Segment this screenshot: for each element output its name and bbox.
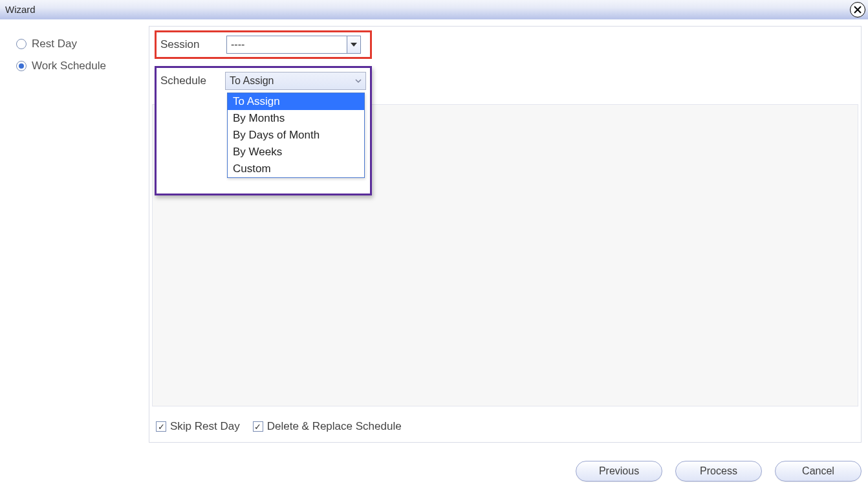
- work-area: Rest Day Work Schedule Session ---- Sche…: [6, 26, 862, 482]
- checkbox-delete-replace[interactable]: Delete & Replace Schedule: [253, 420, 402, 433]
- process-button[interactable]: Process: [675, 461, 762, 482]
- radio-group: Rest Day Work Schedule: [16, 38, 133, 82]
- footer-buttons: Previous Process Cancel: [576, 461, 862, 482]
- schedule-option[interactable]: By Weeks: [228, 144, 364, 161]
- radio-icon: [16, 61, 27, 71]
- content-panel: Session ---- Schedule To Assign: [149, 26, 862, 443]
- schedule-option[interactable]: To Assign: [228, 93, 364, 110]
- session-value: ----: [227, 39, 347, 50]
- schedule-panel-highlight: Schedule To Assign To Assign By Months B…: [155, 66, 372, 195]
- close-icon: [854, 6, 862, 14]
- checkbox-label: Delete & Replace Schedule: [267, 420, 402, 433]
- checkbox-label: Skip Rest Day: [170, 420, 240, 433]
- schedule-option[interactable]: By Months: [228, 110, 364, 127]
- schedule-option[interactable]: Custom: [228, 161, 364, 177]
- checkbox-skip-rest-day[interactable]: Skip Rest Day: [156, 420, 240, 433]
- previous-button[interactable]: Previous: [576, 461, 662, 482]
- schedule-dropdown-list: To Assign By Months By Days of Month By …: [227, 93, 365, 178]
- radio-rest-day[interactable]: Rest Day: [16, 38, 133, 50]
- radio-label: Work Schedule: [32, 60, 106, 72]
- svg-marker-2: [351, 43, 357, 47]
- session-combobox[interactable]: ----: [226, 36, 361, 54]
- window-title: Wizard: [5, 4, 36, 15]
- checkbox-icon: [156, 421, 166, 432]
- radio-icon: [16, 39, 27, 49]
- close-button[interactable]: [850, 2, 865, 17]
- schedule-label: Schedule: [160, 74, 219, 87]
- schedule-row: Schedule To Assign: [157, 68, 370, 90]
- checkbox-icon: [253, 421, 263, 432]
- session-row-highlight: Session ----: [155, 30, 372, 59]
- schedule-value: To Assign: [226, 75, 351, 87]
- title-bar: Wizard: [0, 0, 868, 19]
- dropdown-arrow-icon: [347, 36, 360, 53]
- schedule-option[interactable]: By Days of Month: [228, 127, 364, 144]
- radio-label: Rest Day: [32, 38, 77, 50]
- session-label: Session: [160, 38, 219, 51]
- radio-work-schedule[interactable]: Work Schedule: [16, 60, 133, 72]
- checkbox-row: Skip Rest Day Delete & Replace Schedule: [156, 420, 402, 433]
- schedule-combobox[interactable]: To Assign: [225, 72, 366, 90]
- cancel-button[interactable]: Cancel: [775, 461, 862, 482]
- chevron-down-icon: [351, 77, 365, 85]
